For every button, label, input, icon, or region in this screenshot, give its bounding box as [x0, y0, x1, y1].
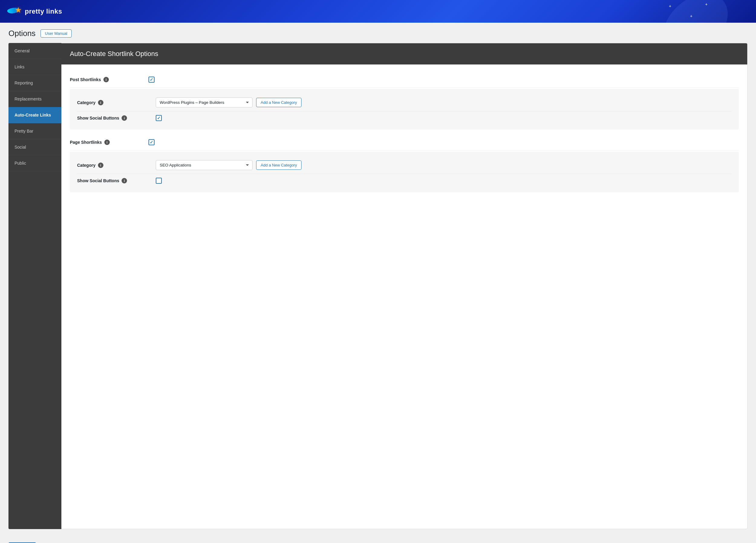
sidebar-item-auto-create-links[interactable]: Auto-Create Links — [8, 107, 61, 123]
decoration-star-1: + — [669, 4, 671, 8]
page-header: Options User Manual — [0, 23, 756, 43]
sidebar-item-public[interactable]: Public — [8, 155, 61, 171]
logo-text: pretty links — [25, 8, 62, 15]
page-category-info-icon[interactable]: i — [98, 162, 103, 168]
logo-icon: ★ — [7, 5, 22, 18]
user-manual-button[interactable]: User Manual — [41, 29, 72, 38]
page-show-social-row: Show Social Buttons i — [77, 174, 732, 187]
post-category-label: Category i — [77, 100, 156, 105]
main-layout: General Links Reporting Replacements Aut… — [0, 43, 756, 538]
logo-star-icon: ★ — [15, 5, 22, 15]
sidebar-item-reporting[interactable]: Reporting — [8, 75, 61, 91]
page-category-select[interactable]: WordPress Plugins – Page Builders SEO Ap… — [156, 160, 253, 170]
post-add-category-button[interactable]: Add a New Category — [256, 98, 301, 107]
page-show-social-label: Show Social Buttons i — [77, 178, 156, 183]
sidebar-item-links[interactable]: Links — [8, 59, 61, 75]
decoration-star-2: + — [705, 2, 708, 7]
post-show-social-row: Show Social Buttons i — [77, 111, 732, 125]
page-shortlinks-row: Page Shortlinks i — [70, 134, 739, 150]
sidebar-item-social[interactable]: Social — [8, 139, 61, 155]
post-shortlinks-row: Post Shortlinks i — [70, 72, 739, 88]
post-category-select[interactable]: WordPress Plugins – Page Builders SEO Ap… — [156, 97, 253, 107]
page-title: Options — [8, 29, 36, 38]
post-shortlinks-label: Post Shortlinks i — [70, 77, 148, 82]
page-shortlinks-info-icon[interactable]: i — [104, 139, 110, 145]
post-show-social-checkbox-wrapper[interactable] — [156, 115, 162, 121]
sidebar-item-replacements[interactable]: Replacements — [8, 91, 61, 107]
content-title: Auto-Create Shortlink Options — [70, 50, 739, 58]
page-show-social-checkbox-wrapper[interactable] — [156, 178, 162, 184]
page-category-row: Category i WordPress Plugins – Page Buil… — [77, 156, 732, 174]
page-shortlinks-label: Page Shortlinks i — [70, 139, 148, 145]
post-shortlinks-checkbox[interactable] — [148, 77, 155, 83]
bottom-bar: Update — [0, 538, 756, 543]
post-show-social-info-icon[interactable]: i — [122, 115, 127, 121]
logo: ★ pretty links — [7, 5, 62, 18]
page-shortlinks-subsection: Category i WordPress Plugins – Page Buil… — [70, 152, 739, 192]
page-show-social-checkbox[interactable] — [156, 178, 162, 184]
page-shortlinks-checkbox[interactable] — [148, 139, 155, 145]
site-header: ★ pretty links + + + — [0, 0, 756, 23]
page-category-dropdown-wrapper: WordPress Plugins – Page Builders SEO Ap… — [156, 160, 301, 170]
page-add-category-button[interactable]: Add a New Category — [256, 160, 301, 170]
post-show-social-checkbox[interactable] — [156, 115, 162, 121]
post-shortlinks-checkbox-wrapper[interactable] — [148, 77, 155, 83]
post-show-social-label: Show Social Buttons i — [77, 115, 156, 121]
page-category-label: Category i — [77, 162, 156, 168]
page-show-social-info-icon[interactable]: i — [122, 178, 127, 183]
post-category-info-icon[interactable]: i — [98, 100, 103, 105]
content-body: Post Shortlinks i Category i — [61, 64, 747, 204]
post-shortlinks-subsection: Category i WordPress Plugins – Page Buil… — [70, 89, 739, 129]
main-content: Auto-Create Shortlink Options Post Short… — [61, 43, 748, 529]
post-category-dropdown-wrapper: WordPress Plugins – Page Builders SEO Ap… — [156, 97, 301, 107]
decoration-star-3: + — [690, 14, 692, 18]
sidebar: General Links Reporting Replacements Aut… — [8, 43, 61, 529]
content-header: Auto-Create Shortlink Options — [61, 43, 747, 64]
post-category-row: Category i WordPress Plugins – Page Buil… — [77, 94, 732, 111]
post-shortlinks-info-icon[interactable]: i — [103, 77, 109, 82]
page-shortlinks-checkbox-wrapper[interactable] — [148, 139, 155, 145]
sidebar-item-general[interactable]: General — [8, 43, 61, 59]
sidebar-item-pretty-bar[interactable]: Pretty Bar — [8, 123, 61, 139]
